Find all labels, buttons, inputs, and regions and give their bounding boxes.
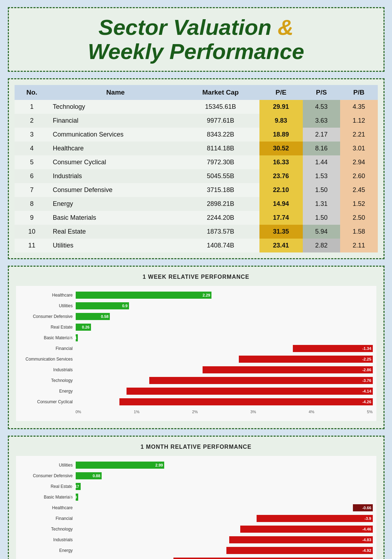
chart-bar-fill: 0.17 [76,483,81,490]
cell-pe: 22.10 [259,183,303,197]
chart-bar-track: -4.92 [76,547,373,554]
col-ps: P/S [303,85,340,100]
chart-bar-value: -3.9 [363,516,373,521]
cell-pb: 1.58 [340,225,377,239]
cell-ps: 2.82 [303,239,340,252]
chart-bar-fill: -6.71 [173,558,373,559]
chart-bar-value: -4.14 [361,389,372,393]
chart-bar-value: 0.58 [100,314,110,319]
cell-pe: 30.52 [259,142,303,155]
chart-bar-row: Basic Materials0.04 [20,333,373,343]
chart-bar-value: -3.76 [361,378,372,383]
title-section: Sector Valuation & Weekly Performance [8,7,385,72]
cell-ps: 1.50 [303,183,340,197]
table-row: 1 Technology 15345.61B 29.91 4.53 4.35 [15,100,378,114]
cell-no: 4 [15,142,49,155]
chart-bar-fill: -4.26 [119,398,372,405]
cell-name: Communication Services [49,128,182,142]
chart-bar-fill: 2.99 [76,462,165,469]
cell-name: Financial [49,114,182,128]
cell-market-cap: 1408.74B [182,239,259,252]
cell-ps: 1.53 [303,169,340,183]
chart-bar-value: -0.66 [361,506,372,510]
chart-bar-row: Consumer Defensive0.58 [20,312,373,321]
cell-ps: 5.94 [303,225,340,239]
chart-bar-track: 0.04 [76,334,373,341]
chart-bar-label: Communication Services [20,357,76,362]
chart-bar-row: Energy-4.14 [20,386,373,396]
chart-bar-row: Financial-1.34 [20,344,373,353]
cell-no: 11 [15,239,49,252]
chart-bar-value: 0.04 [68,336,78,340]
chart-bar-label: Basic Materials [20,495,76,500]
chart-bar-track: 2.99 [76,462,373,469]
cell-market-cap: 3715.18B [182,183,259,197]
axis-label: 5% [367,410,373,414]
cell-pb: 2.11 [340,239,377,252]
axis-label: 3% [251,410,256,414]
chart-bar-value: 0.09 [68,495,78,499]
chart-bar-fill: -0.66 [353,504,372,511]
title-ampersand: & [278,15,294,39]
cell-pb: 1.52 [340,197,377,211]
cell-name: Energy [49,197,182,211]
page-wrapper: Sector Valuation & Weekly Performance No… [8,7,385,559]
chart-bar-row: Consumer Cyclical-4.26 [20,397,373,407]
chart2-bars: Utilities2.99Consumer Defensive0.88Real … [20,460,373,559]
table-row: 5 Consumer Cyclical 7972.30B 16.33 1.44 … [15,155,378,169]
chart-bar-row: Technology-4.46 [20,524,373,534]
chart-bar-row: Utilities2.99 [20,460,373,470]
chart-bar-value: -2.25 [361,357,372,361]
table-row: 9 Basic Materials 2244.20B 17.74 1.50 2.… [15,211,378,225]
cell-name: Utilities [49,239,182,252]
cell-market-cap: 2898.21B [182,197,259,211]
cell-ps: 1.44 [303,155,340,169]
chart-bar-track: -4.14 [76,388,373,395]
cell-pe: 14.94 [259,197,303,211]
chart-bar-row: Communication Services-6.71 [20,556,373,559]
axis-label: 4% [309,410,315,414]
table-row: 11 Utilities 1408.74B 23.41 2.82 2.11 [15,239,378,252]
chart-bar-value: -1.34 [361,346,372,351]
cell-pe: 18.89 [259,128,303,142]
chart-bar-fill: 0.26 [76,324,91,331]
cell-pb: 2.50 [340,211,377,225]
chart-bar-label: Healthcare [20,293,76,298]
chart-bar-label: Energy [20,389,76,394]
chart-bar-label: Financial [20,346,76,351]
chart-bar-track: -4.26 [76,398,373,405]
cell-no: 5 [15,155,49,169]
table-section: No. Name Market Cap P/E P/S P/B 1 Techno… [8,78,385,259]
chart-bar-value: -2.86 [361,368,372,372]
chart-bar-fill: 0.04 [76,334,78,341]
cell-pb: 2.60 [340,169,377,183]
table-header-row: No. Name Market Cap P/E P/S P/B [15,85,378,100]
cell-pb: 1.12 [340,114,377,128]
chart-bar-track: -3.9 [76,515,373,522]
chart-bar-fill: -2.86 [203,366,372,373]
chart-bar-fill: -4.46 [240,526,373,533]
chart-bar-track: 0.17 [76,483,373,490]
chart-bar-track: 0.88 [76,472,373,479]
chart-bar-value: -4.46 [361,527,372,531]
chart2-section: 1 MONTH RELATIVE PERFORMANCE Utilities2.… [8,436,385,559]
col-pb: P/B [340,85,377,100]
col-no: No. [15,85,49,100]
cell-pb: 3.01 [340,142,377,155]
chart-bar-label: Financial [20,516,76,521]
chart-bar-value: 2.29 [201,293,211,297]
cell-pe: 31.35 [259,225,303,239]
cell-market-cap: 8114.18B [182,142,259,155]
chart1-section: 1 WEEK RELATIVE PERFORMANCE Healthcare2.… [8,266,385,429]
chart-bar-label: Utilities [20,463,76,468]
cell-market-cap: 7972.30B [182,155,259,169]
chart-bar-label: Technology [20,527,76,532]
chart-bar-track: -1.34 [76,345,373,352]
chart-bar-label: Consumer Defensive [20,473,76,478]
chart-bar-track: -0.66 [76,504,373,511]
table-row: 10 Real Estate 1873.57B 31.35 5.94 1.58 [15,225,378,239]
cell-no: 10 [15,225,49,239]
cell-no: 9 [15,211,49,225]
title-line1: Sector Valuation [98,15,272,39]
chart-bar-fill: 2.29 [76,292,212,299]
